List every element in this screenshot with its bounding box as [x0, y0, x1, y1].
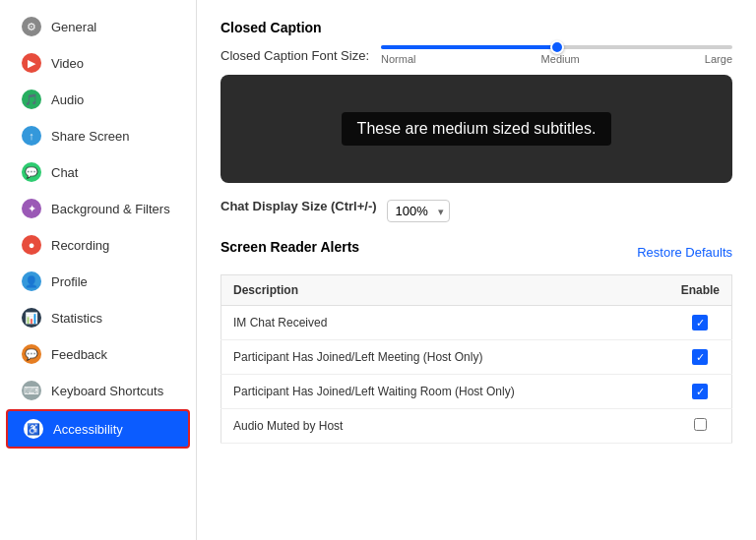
subtitle-preview-text: These are medium sized subtitles.	[342, 112, 612, 146]
keyboard-icon: ⌨	[22, 381, 41, 400]
caption-font-size-label: Closed Caption Font Size:	[220, 48, 369, 63]
sidebar-label-video: Video	[51, 56, 84, 71]
background-icon: ✦	[22, 199, 41, 218]
sidebar-item-keyboard[interactable]: ⌨Keyboard Shortcuts	[6, 373, 190, 408]
main-content: Closed CaptionClosed Caption Font Size:N…	[197, 0, 756, 540]
sidebar-item-statistics[interactable]: 📊Statistics	[6, 300, 190, 335]
sidebar-item-accessibility[interactable]: ♿Accessibility	[6, 409, 190, 449]
audio-icon: 🎵	[22, 90, 41, 109]
table-row: Audio Muted by Host	[221, 409, 732, 444]
font-size-slider-track[interactable]	[381, 45, 732, 49]
closed-caption-title: Closed Caption	[220, 20, 732, 35]
screen-reader-title: Screen Reader Alerts	[220, 239, 359, 255]
alert-enable-0[interactable]: ✓	[669, 306, 732, 340]
slider-fill	[381, 45, 556, 49]
sidebar-item-video[interactable]: ▶Video	[6, 45, 190, 81]
screen-reader-alerts-table: DescriptionEnableIM Chat Received✓Partic…	[220, 274, 732, 444]
sidebar-label-statistics: Statistics	[51, 311, 102, 326]
sidebar-label-recording: Recording	[51, 238, 109, 253]
checkbox-checked-icon[interactable]: ✓	[692, 349, 708, 365]
sidebar-item-profile[interactable]: 👤Profile	[6, 264, 190, 299]
accessibility-icon: ♿	[24, 419, 43, 439]
share-screen-icon: ↑	[22, 126, 41, 146]
slider-label-large: Large	[705, 53, 732, 65]
sidebar-item-general[interactable]: ⚙General	[6, 9, 190, 44]
sidebar-label-feedback: Feedback	[51, 347, 107, 362]
subtitle-preview: These are medium sized subtitles.	[220, 75, 732, 183]
table-row: IM Chat Received✓	[221, 306, 732, 340]
sidebar-label-share-screen: Share Screen	[51, 129, 130, 144]
slider-label-medium: Medium	[541, 53, 580, 65]
sidebar-item-background[interactable]: ✦Background & Filters	[6, 191, 190, 226]
caption-font-size-row: Closed Caption Font Size:NormalMediumLar…	[220, 45, 732, 65]
sidebar-item-chat[interactable]: 💬Chat	[6, 154, 190, 190]
slider-labels: NormalMediumLarge	[381, 53, 732, 65]
alert-enable-2[interactable]: ✓	[669, 375, 732, 409]
general-icon: ⚙	[22, 17, 41, 36]
sidebar-item-share-screen[interactable]: ↑Share Screen	[6, 118, 190, 153]
table-row: Participant Has Joined/Left Meeting (Hos…	[221, 340, 732, 375]
alert-enable-3[interactable]	[669, 409, 732, 444]
sidebar-label-keyboard: Keyboard Shortcuts	[51, 384, 163, 398]
font-size-slider-container: NormalMediumLarge	[381, 45, 732, 65]
table-row: Participant Has Joined/Left Waiting Room…	[221, 375, 732, 409]
sidebar-label-background: Background & Filters	[51, 202, 170, 216]
chat-size-dropdown[interactable]: 75%100%125%150%	[387, 200, 450, 222]
sidebar-item-recording[interactable]: ●Recording	[6, 227, 190, 263]
checkbox-checked-icon[interactable]: ✓	[692, 384, 708, 399]
restore-defaults-button[interactable]: Restore Defaults	[637, 245, 732, 260]
chat-size-dropdown-wrapper: 75%100%125%150%	[387, 200, 450, 222]
checkbox-unchecked[interactable]	[694, 418, 707, 431]
chat-icon: 💬	[22, 162, 41, 182]
chat-display-size-title: Chat Display Size (Ctrl+/-)	[220, 199, 377, 213]
video-icon: ▶	[22, 53, 41, 73]
alert-description-3: Audio Muted by Host	[221, 409, 669, 444]
sidebar: ⚙General▶Video🎵Audio↑Share Screen💬Chat✦B…	[0, 0, 197, 540]
col-header-enable: Enable	[669, 275, 732, 306]
sidebar-label-profile: Profile	[51, 274, 88, 289]
col-header-description: Description	[221, 275, 669, 306]
sidebar-label-chat: Chat	[51, 165, 78, 180]
slider-label-normal: Normal	[381, 53, 415, 65]
sidebar-label-accessibility: Accessibility	[53, 422, 123, 437]
profile-icon: 👤	[22, 271, 41, 291]
sidebar-item-audio[interactable]: 🎵Audio	[6, 82, 190, 117]
slider-thumb[interactable]	[550, 40, 564, 54]
chat-display-size-row: Chat Display Size (Ctrl+/-)75%100%125%15…	[220, 199, 732, 223]
sidebar-label-general: General	[51, 20, 96, 34]
alert-description-2: Participant Has Joined/Left Waiting Room…	[221, 375, 669, 409]
alert-enable-1[interactable]: ✓	[669, 340, 732, 375]
statistics-icon: 📊	[22, 308, 41, 328]
screen-reader-header: Screen Reader AlertsRestore Defaults	[220, 239, 732, 265]
sidebar-label-audio: Audio	[51, 92, 84, 107]
recording-icon: ●	[22, 235, 41, 255]
alert-description-1: Participant Has Joined/Left Meeting (Hos…	[221, 340, 669, 375]
sidebar-item-feedback[interactable]: 💬Feedback	[6, 336, 190, 372]
alert-description-0: IM Chat Received	[221, 306, 669, 340]
checkbox-checked-icon[interactable]: ✓	[692, 315, 708, 330]
feedback-icon: 💬	[22, 344, 41, 364]
